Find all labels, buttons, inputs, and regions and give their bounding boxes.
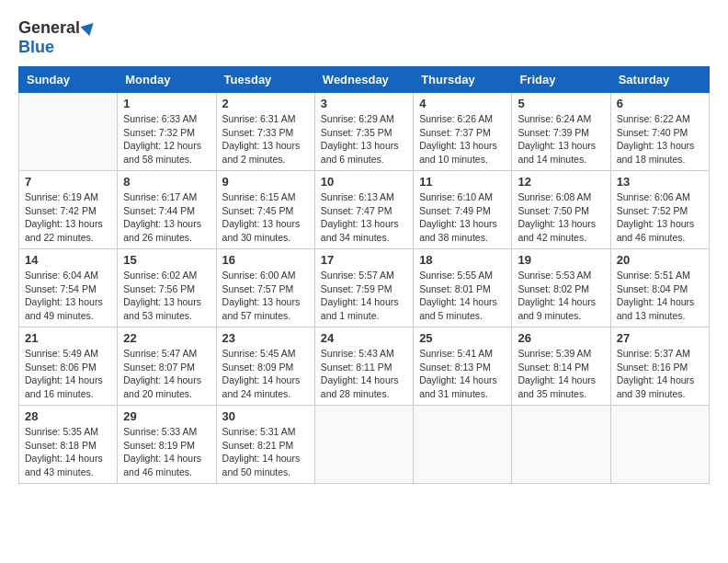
calendar-week-row: 14Sunrise: 6:04 AM Sunset: 7:54 PM Dayli… xyxy=(19,249,710,327)
day-number: 21 xyxy=(25,331,111,345)
calendar-cell: 28Sunrise: 5:35 AM Sunset: 8:18 PM Dayli… xyxy=(19,406,118,484)
calendar-table: SundayMondayTuesdayWednesdayThursdayFrid… xyxy=(18,66,710,484)
day-info: Sunrise: 6:19 AM Sunset: 7:42 PM Dayligh… xyxy=(25,190,111,245)
calendar-cell: 1Sunrise: 6:33 AM Sunset: 7:32 PM Daylig… xyxy=(118,93,216,171)
day-number: 8 xyxy=(123,175,210,189)
calendar-week-row: 21Sunrise: 5:49 AM Sunset: 8:06 PM Dayli… xyxy=(19,327,710,406)
day-of-week-header: Monday xyxy=(118,67,216,93)
day-number: 3 xyxy=(321,97,407,110)
day-info: Sunrise: 5:51 AM Sunset: 8:04 PM Dayligh… xyxy=(617,269,703,323)
day-number: 15 xyxy=(123,253,210,267)
logo: General Blue xyxy=(18,18,96,57)
day-number: 11 xyxy=(419,175,506,189)
day-info: Sunrise: 5:55 AM Sunset: 8:01 PM Dayligh… xyxy=(419,269,506,323)
day-number: 27 xyxy=(617,331,703,345)
day-info: Sunrise: 6:29 AM Sunset: 7:35 PM Dayligh… xyxy=(321,112,407,167)
calendar-cell: 29Sunrise: 5:33 AM Sunset: 8:19 PM Dayli… xyxy=(118,406,216,484)
calendar-cell: 2Sunrise: 6:31 AM Sunset: 7:33 PM Daylig… xyxy=(216,93,314,171)
day-number: 14 xyxy=(25,253,111,267)
day-info: Sunrise: 6:22 AM Sunset: 7:40 PM Dayligh… xyxy=(617,112,703,167)
day-info: Sunrise: 5:33 AM Sunset: 8:19 PM Dayligh… xyxy=(123,425,210,479)
logo-general-text: General xyxy=(18,18,80,38)
day-number: 12 xyxy=(518,175,604,189)
day-info: Sunrise: 5:39 AM Sunset: 8:14 PM Dayligh… xyxy=(518,347,604,401)
day-number: 17 xyxy=(321,253,407,267)
day-number: 16 xyxy=(222,253,309,267)
day-info: Sunrise: 6:26 AM Sunset: 7:37 PM Dayligh… xyxy=(419,112,506,167)
calendar-cell xyxy=(19,93,118,171)
day-number: 29 xyxy=(123,409,210,423)
day-number: 20 xyxy=(617,253,703,267)
day-info: Sunrise: 5:57 AM Sunset: 7:59 PM Dayligh… xyxy=(321,269,407,323)
day-number: 10 xyxy=(321,175,407,189)
calendar-cell: 21Sunrise: 5:49 AM Sunset: 8:06 PM Dayli… xyxy=(19,327,118,406)
calendar-cell: 26Sunrise: 5:39 AM Sunset: 8:14 PM Dayli… xyxy=(512,327,610,406)
day-info: Sunrise: 5:35 AM Sunset: 8:18 PM Dayligh… xyxy=(25,425,111,479)
calendar-cell: 18Sunrise: 5:55 AM Sunset: 8:01 PM Dayli… xyxy=(414,249,512,327)
day-of-week-header: Friday xyxy=(512,67,610,93)
day-number: 25 xyxy=(419,331,506,345)
day-info: Sunrise: 6:06 AM Sunset: 7:52 PM Dayligh… xyxy=(617,190,703,245)
day-number: 2 xyxy=(222,97,309,110)
day-info: Sunrise: 6:02 AM Sunset: 7:56 PM Dayligh… xyxy=(123,269,210,323)
calendar-cell: 27Sunrise: 5:37 AM Sunset: 8:16 PM Dayli… xyxy=(610,327,709,406)
calendar-cell: 19Sunrise: 5:53 AM Sunset: 8:02 PM Dayli… xyxy=(512,249,610,327)
calendar-cell: 24Sunrise: 5:43 AM Sunset: 8:11 PM Dayli… xyxy=(314,327,413,406)
day-number: 13 xyxy=(617,175,703,189)
calendar-cell: 14Sunrise: 6:04 AM Sunset: 7:54 PM Dayli… xyxy=(19,249,118,327)
day-info: Sunrise: 6:13 AM Sunset: 7:47 PM Dayligh… xyxy=(321,190,407,245)
day-of-week-header: Thursday xyxy=(414,67,512,93)
day-info: Sunrise: 6:17 AM Sunset: 7:44 PM Dayligh… xyxy=(123,190,210,245)
calendar-cell: 12Sunrise: 6:08 AM Sunset: 7:50 PM Dayli… xyxy=(512,171,610,249)
calendar-cell: 22Sunrise: 5:47 AM Sunset: 8:07 PM Dayli… xyxy=(118,327,216,406)
day-info: Sunrise: 5:47 AM Sunset: 8:07 PM Dayligh… xyxy=(123,347,210,401)
day-info: Sunrise: 5:53 AM Sunset: 8:02 PM Dayligh… xyxy=(518,269,604,323)
day-info: Sunrise: 6:15 AM Sunset: 7:45 PM Dayligh… xyxy=(222,190,309,245)
day-of-week-header: Wednesday xyxy=(314,67,413,93)
day-info: Sunrise: 6:31 AM Sunset: 7:33 PM Dayligh… xyxy=(222,112,309,167)
day-number: 1 xyxy=(123,97,210,110)
calendar-cell: 20Sunrise: 5:51 AM Sunset: 8:04 PM Dayli… xyxy=(610,249,709,327)
calendar-cell: 7Sunrise: 6:19 AM Sunset: 7:42 PM Daylig… xyxy=(19,171,118,249)
calendar-cell: 30Sunrise: 5:31 AM Sunset: 8:21 PM Dayli… xyxy=(216,406,314,484)
logo-blue-text: Blue xyxy=(18,38,54,56)
day-info: Sunrise: 5:45 AM Sunset: 8:09 PM Dayligh… xyxy=(222,347,309,401)
day-number: 28 xyxy=(25,409,111,423)
calendar-cell: 6Sunrise: 6:22 AM Sunset: 7:40 PM Daylig… xyxy=(610,93,709,171)
day-info: Sunrise: 5:37 AM Sunset: 8:16 PM Dayligh… xyxy=(617,347,703,401)
calendar-cell: 17Sunrise: 5:57 AM Sunset: 7:59 PM Dayli… xyxy=(314,249,413,327)
calendar-header-row: SundayMondayTuesdayWednesdayThursdayFrid… xyxy=(19,67,710,93)
day-number: 23 xyxy=(222,331,309,345)
day-number: 30 xyxy=(222,409,309,423)
day-of-week-header: Saturday xyxy=(610,67,709,93)
day-number: 18 xyxy=(419,253,506,267)
calendar-cell: 8Sunrise: 6:17 AM Sunset: 7:44 PM Daylig… xyxy=(118,171,216,249)
day-info: Sunrise: 6:24 AM Sunset: 7:39 PM Dayligh… xyxy=(518,112,604,167)
calendar-cell xyxy=(314,406,413,484)
day-number: 9 xyxy=(222,175,309,189)
day-of-week-header: Tuesday xyxy=(216,67,314,93)
page-header: General Blue xyxy=(18,18,710,57)
calendar-cell xyxy=(512,406,610,484)
calendar-week-row: 28Sunrise: 5:35 AM Sunset: 8:18 PM Dayli… xyxy=(19,406,710,484)
day-info: Sunrise: 5:49 AM Sunset: 8:06 PM Dayligh… xyxy=(25,347,111,401)
calendar-week-row: 1Sunrise: 6:33 AM Sunset: 7:32 PM Daylig… xyxy=(19,93,710,171)
day-number: 24 xyxy=(321,331,407,345)
calendar-cell: 13Sunrise: 6:06 AM Sunset: 7:52 PM Dayli… xyxy=(610,171,709,249)
day-of-week-header: Sunday xyxy=(19,67,118,93)
calendar-cell: 3Sunrise: 6:29 AM Sunset: 7:35 PM Daylig… xyxy=(314,93,413,171)
calendar-cell xyxy=(414,406,512,484)
day-info: Sunrise: 6:00 AM Sunset: 7:57 PM Dayligh… xyxy=(222,269,309,323)
calendar-cell: 11Sunrise: 6:10 AM Sunset: 7:49 PM Dayli… xyxy=(414,171,512,249)
day-number: 6 xyxy=(617,97,703,110)
day-info: Sunrise: 5:43 AM Sunset: 8:11 PM Dayligh… xyxy=(321,347,407,401)
calendar-cell: 5Sunrise: 6:24 AM Sunset: 7:39 PM Daylig… xyxy=(512,93,610,171)
calendar-cell xyxy=(610,406,709,484)
day-number: 26 xyxy=(518,331,604,345)
day-number: 5 xyxy=(518,97,604,110)
day-info: Sunrise: 6:33 AM Sunset: 7:32 PM Dayligh… xyxy=(123,112,210,167)
day-number: 19 xyxy=(518,253,604,267)
day-info: Sunrise: 5:31 AM Sunset: 8:21 PM Dayligh… xyxy=(222,425,309,479)
day-number: 7 xyxy=(25,175,111,189)
day-number: 22 xyxy=(123,331,210,345)
